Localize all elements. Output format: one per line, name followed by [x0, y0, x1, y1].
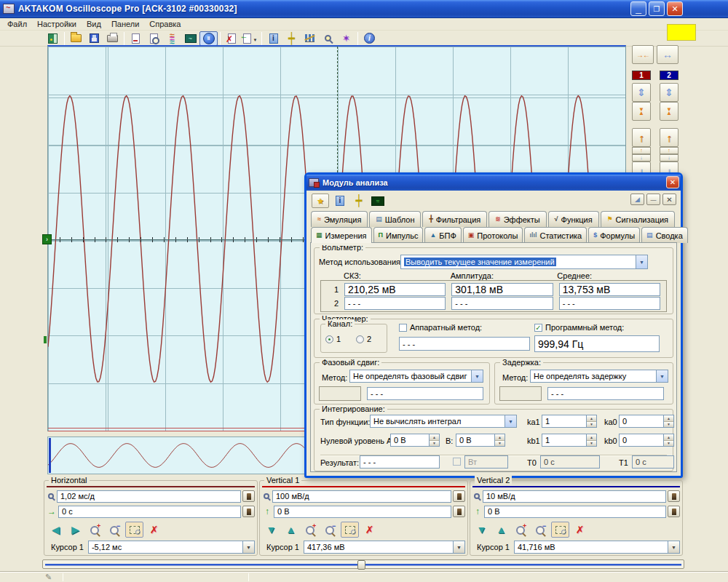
offset-knob-button[interactable] [668, 506, 680, 517]
ch2-v-expand-button[interactable] [660, 83, 678, 102]
cursor-combobox[interactable]: 41,716 мВ [514, 541, 680, 554]
spin-down-button[interactable] [587, 422, 596, 428]
spin-up-button[interactable] [664, 434, 673, 441]
zoom-window-button[interactable] [551, 522, 569, 538]
watt-checkbox[interactable] [453, 458, 461, 466]
ch1-v-compress-button[interactable] [632, 102, 651, 121]
rms-value-field[interactable]: 210,25 мВ [344, 283, 446, 296]
combo-dropdown-button[interactable] [656, 370, 668, 383]
ch2-step-down-button[interactable]: ↓ [660, 154, 678, 162]
clear-zoom-button[interactable] [145, 522, 163, 538]
delete-record-button[interactable] [223, 31, 241, 46]
combo-dropdown-button[interactable] [453, 541, 465, 554]
combo-dropdown-button[interactable] [636, 255, 648, 269]
measure-tool-button[interactable] [351, 194, 367, 208]
info-tool-button[interactable] [332, 194, 348, 208]
tab-alarm[interactable]: Сигнализация [601, 211, 675, 227]
tab-protocols[interactable]: Протоколы [463, 227, 523, 243]
tab-formulas[interactable]: Формулы [588, 227, 640, 243]
tab-filtering[interactable]: Фильтрация [422, 211, 487, 227]
spinner-value[interactable]: 0 В [456, 434, 494, 447]
spin-down-button[interactable] [495, 441, 505, 447]
spinner-value[interactable]: 0 [619, 415, 663, 428]
dialog-chart-button[interactable] [630, 194, 644, 205]
kb0-spinner[interactable]: 0 [619, 434, 674, 447]
wizard-button[interactable] [337, 31, 355, 46]
measure-tools-button[interactable] [282, 31, 301, 46]
favorites-button[interactable] [312, 194, 329, 208]
cursor-combobox[interactable]: -5,12 мс [88, 541, 255, 554]
spinner-value[interactable]: 0 [619, 434, 663, 447]
ch1-v-expand-button[interactable] [632, 83, 651, 102]
voltage-offset-field[interactable]: 0 В [274, 506, 451, 518]
copy-button[interactable] [127, 31, 145, 46]
spin-down-button[interactable] [664, 422, 673, 428]
menu-view[interactable]: Вид [82, 19, 106, 29]
tab-effects[interactable]: Эффекты [488, 211, 546, 227]
spin-down-button[interactable] [587, 441, 596, 447]
delay-value-field[interactable]: - - - [547, 387, 664, 400]
tab-fft[interactable]: БПФ [424, 227, 461, 243]
phase-value-field[interactable]: - - - [367, 387, 483, 400]
dialog-close-button[interactable] [666, 176, 679, 188]
amplitude-value-field[interactable]: 301,18 мВ [451, 283, 553, 296]
ch1-move-up-button[interactable] [632, 128, 651, 147]
record-position-slider[interactable] [42, 559, 684, 569]
ka1-spinner[interactable]: 1 [542, 415, 597, 428]
dialog-minimize-button[interactable] [646, 194, 660, 205]
pan-right-button[interactable] [66, 522, 84, 538]
spin-up-button[interactable] [495, 434, 505, 441]
minimize-button[interactable] [630, 1, 646, 16]
ka0-spinner[interactable]: 0 [619, 415, 674, 428]
ch2-v-compress-button[interactable] [660, 102, 678, 121]
average-value-field[interactable]: 13,753 мВ [559, 283, 660, 296]
delay-method-combobox[interactable]: Не определять задержку [530, 370, 668, 383]
offset-knob-button[interactable] [453, 506, 465, 517]
spin-down-button[interactable] [664, 441, 673, 447]
voltmeter-method-combobox[interactable]: Выводить текущее значение измерений [400, 255, 648, 269]
result-field[interactable]: - - - [360, 455, 440, 469]
hardware-freq-field[interactable]: - - - [399, 337, 530, 351]
software-freq-field[interactable]: 999,94 Гц [534, 335, 660, 352]
dialog-close-button2[interactable] [662, 194, 676, 205]
average-value-field[interactable]: - - - [559, 297, 660, 310]
time-offset-field[interactable]: 0 с [58, 506, 241, 518]
channel1-radio[interactable]: 1 [325, 335, 341, 343]
timebase-knob-button[interactable] [242, 490, 255, 502]
spin-up-button[interactable] [664, 415, 673, 422]
function-type-combobox[interactable]: Не вычислять интеграл [370, 415, 517, 428]
kb1-spinner[interactable]: 1 [542, 434, 597, 447]
zero-b-spinner[interactable]: 0 В [456, 434, 505, 447]
spin-up-button[interactable] [587, 415, 596, 422]
import-button[interactable] [241, 31, 259, 46]
exit-button[interactable] [44, 31, 62, 46]
amplitude-value-field[interactable]: - - - [451, 297, 553, 310]
zoom-out-button[interactable] [106, 522, 124, 538]
zoom-out-button[interactable] [321, 522, 339, 538]
channel1-ground-marker[interactable] [42, 234, 52, 244]
cursor-combobox[interactable]: 417,36 мВ [304, 541, 465, 554]
save-button[interactable] [85, 31, 103, 46]
channel2-ground-marker[interactable] [44, 336, 47, 343]
timebase-field[interactable]: 1,02 мс/д [57, 490, 241, 503]
volts-per-div-field[interactable]: 100 мВ/д [272, 490, 451, 503]
combo-dropdown-button[interactable] [505, 415, 517, 428]
tab-measurements[interactable]: Измерения [311, 227, 372, 243]
zoom-in-button[interactable] [512, 522, 530, 538]
h-expand-button[interactable] [657, 45, 678, 64]
ch1-step-down-button[interactable]: ↓ [632, 154, 651, 162]
rms-value-field[interactable]: - - - [344, 297, 446, 310]
pan-down-button[interactable] [472, 522, 491, 538]
zoom-window-button[interactable] [341, 522, 359, 538]
chart-tools-button[interactable] [301, 31, 319, 46]
menu-file[interactable]: Файл [2, 19, 32, 29]
search-button[interactable] [319, 31, 337, 46]
combo-dropdown-button[interactable] [242, 541, 255, 554]
spinner-value[interactable]: 0 В [390, 434, 429, 447]
tab-function[interactable]: Функция [548, 211, 599, 227]
menu-help[interactable]: Справка [144, 19, 186, 29]
clear-zoom-button[interactable] [571, 522, 589, 538]
ch2-move-up-button[interactable] [660, 128, 678, 147]
dropdown-arrow-icon[interactable] [251, 34, 258, 43]
print-button[interactable] [103, 31, 122, 46]
